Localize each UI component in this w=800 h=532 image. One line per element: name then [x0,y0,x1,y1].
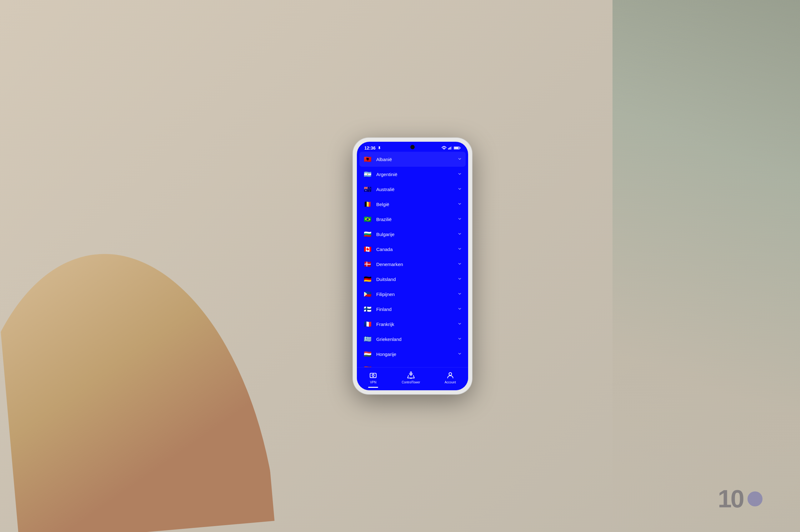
svg-rect-5 [454,147,458,149]
nav-account[interactable]: Account [438,370,462,385]
bottom-nav: VPN ControlTower [357,367,468,390]
country-item-hk[interactable]: 🇭🇰 Hongkong [359,362,466,367]
country-name-ar: Argentinië [376,172,457,177]
svg-rect-6 [460,147,460,148]
country-name-bg: Bulgarije [376,232,457,237]
country-item-gr[interactable]: 🇬🇷 Griekenland [359,331,466,346]
chevron-dk [457,262,462,267]
chevron-al [457,157,462,162]
chevron-fr [457,322,462,327]
nav-controltower[interactable]: ControlTower [395,370,426,385]
vpn-icon [369,371,377,379]
country-name-au: Australië [376,187,457,192]
svg-rect-3 [451,147,452,150]
controltower-icon [407,371,415,379]
country-item-ca[interactable]: 🇨🇦 Canada [359,242,466,256]
flag-fi: 🇫🇮 [363,305,372,314]
flag-gr: 🇬🇷 [363,335,372,343]
country-item-dk[interactable]: 🇩🇰 Denemarken [359,256,466,272]
country-name-fi: Finland [376,307,457,312]
chevron-fi [457,307,462,312]
country-item-ph[interactable]: 🇵🇭 Filipijnen [359,287,466,302]
country-name-ca: Canada [376,247,457,252]
country-item-al[interactable]: 🇦🇱 Albanië [359,152,466,167]
svg-point-11 [449,373,452,375]
pin-icon [378,146,381,150]
country-name-dk: Denemarken [376,262,457,267]
svg-rect-9 [410,372,412,375]
flag-al: 🇦🇱 [363,155,372,164]
watermark: 10 [718,484,763,513]
country-item-hu[interactable]: 🇭🇺 Hongarije [359,346,466,362]
flag-ca: 🇨🇦 [363,245,372,253]
country-item-br[interactable]: 🇧🇷 Brazilië [359,212,466,227]
flag-fr: 🇫🇷 [363,320,372,328]
svg-rect-1 [449,148,450,150]
flag-br: 🇧🇷 [363,215,372,224]
status-time: 12:36 [364,146,381,151]
svg-rect-2 [450,147,451,150]
flag-hu: 🇭🇺 [363,350,372,358]
chevron-ar [457,172,462,177]
nav-account-label: Account [445,381,456,384]
chevron-de [457,277,462,282]
chevron-ca [457,247,462,252]
camera-notch [410,145,415,149]
country-item-fi[interactable]: 🇫🇮 Finland [359,302,466,317]
account-icon [446,371,454,379]
nav-vpn[interactable]: VPN [363,370,383,385]
country-item-fr[interactable]: 🇫🇷 Frankrijk [359,317,466,331]
flag-bg: 🇧🇬 [363,230,372,239]
time-display: 12:36 [364,146,376,151]
battery-icon [454,146,461,150]
svg-rect-10 [410,378,412,379]
country-name-hu: Hongarije [376,352,457,357]
country-item-be[interactable]: 🇧🇪 België [359,197,466,212]
wifi-icon [441,146,447,150]
country-item-bg[interactable]: 🇧🇬 Bulgarije [359,227,466,242]
flag-dk: 🇩🇰 [363,260,372,268]
country-item-au[interactable]: 🇦🇺 Australië [359,182,466,197]
chevron-hu [457,352,462,357]
country-name-br: Brazilië [376,217,457,222]
country-name-de: Duitsland [376,277,457,282]
nav-vpn-label: VPN [370,381,377,384]
country-name-ph: Filipijnen [376,291,457,297]
country-name-be: België [376,202,457,207]
signal-icon [448,146,453,150]
phone-screen: 12:36 [357,142,468,390]
country-item-de[interactable]: 🇩🇪 Duitsland [359,272,466,287]
chevron-ph [457,291,462,297]
chevron-bg [457,232,462,237]
country-item-ar[interactable]: 🇦🇷 Argentinië [359,167,466,182]
flag-hk: 🇭🇰 [363,365,372,367]
svg-rect-0 [448,148,449,150]
status-bar: 12:36 [357,142,468,152]
flag-ar: 🇦🇷 [363,170,372,178]
country-name-gr: Griekenland [376,337,457,342]
country-list: 🇦🇱 Albanië 🇦🇷 Argentinië 🇦🇺 Australië 🇧🇪… [357,152,468,367]
flag-be: 🇧🇪 [363,200,372,209]
svg-point-8 [372,374,375,377]
chevron-gr [457,337,462,342]
watermark-number: 10 [718,484,743,513]
flag-de: 🇩🇪 [363,275,372,284]
chevron-br [457,217,462,222]
nav-controltower-label: ControlTower [402,381,420,384]
chevron-au [457,187,462,192]
chevron-be [457,202,462,207]
flag-ph: 🇵🇭 [363,290,372,299]
flag-au: 🇦🇺 [363,185,372,194]
country-name-al: Albanië [376,157,457,162]
status-icons [441,146,461,150]
country-name-fr: Frankrijk [376,322,457,327]
phone-frame: 12:36 [353,138,472,394]
